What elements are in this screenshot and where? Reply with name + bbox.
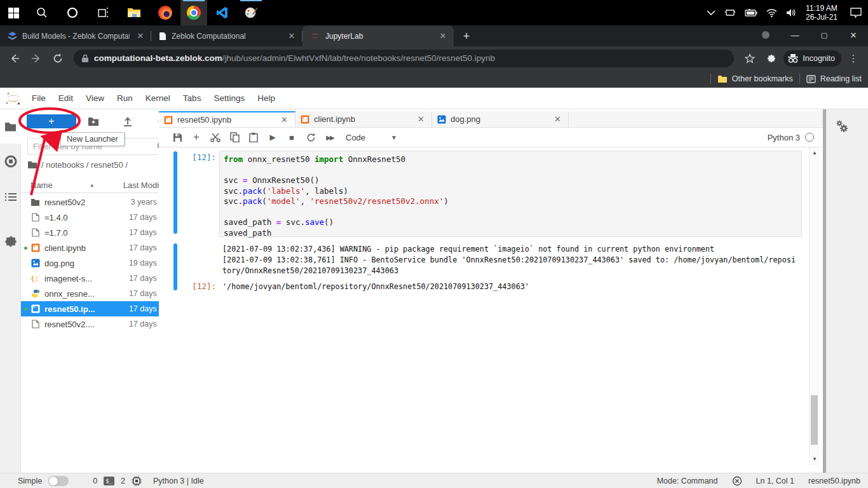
- input-collapser[interactable]: [173, 151, 177, 234]
- file-row[interactable]: resnet50v23 years ago: [21, 194, 180, 210]
- taskbar-search-button[interactable]: [27, 0, 57, 25]
- file-row[interactable]: =1.4.017 days ago: [21, 210, 180, 225]
- battery-icon[interactable]: [745, 9, 757, 17]
- tab-group-dot-icon[interactable]: [751, 25, 780, 44]
- kernel-chip-icon[interactable]: [132, 476, 142, 486]
- address-bar[interactable]: computational-beta.zeblok.com/jhub/user/…: [74, 50, 734, 67]
- maximize-button[interactable]: ▢: [810, 25, 839, 44]
- close-tab-icon[interactable]: ✕: [416, 114, 426, 124]
- close-tab-icon[interactable]: ✕: [135, 30, 146, 42]
- code-line: from onnx_resnet50 import OnnxResnet50: [224, 154, 797, 165]
- browser-tab-3[interactable]: JupyterLab✕: [302, 25, 454, 46]
- menu-view[interactable]: View: [79, 88, 111, 109]
- cursor-position[interactable]: Ln 1, Col 1: [756, 477, 794, 485]
- chrome-button[interactable]: [180, 0, 207, 25]
- new-folder-button[interactable]: [76, 117, 111, 126]
- cut-cells-button[interactable]: [206, 130, 225, 145]
- forward-button[interactable]: [27, 49, 46, 68]
- other-bookmarks-button[interactable]: Other bookmarks: [717, 74, 793, 83]
- file-row[interactable]: resnet50v2....17 days ago: [21, 316, 180, 332]
- trust-indicator-icon[interactable]: [732, 476, 742, 486]
- file-name: resnet50.ip...: [44, 304, 95, 314]
- sidebar-tab-file-browser[interactable]: [0, 109, 21, 144]
- close-tab-icon[interactable]: ✕: [286, 30, 297, 42]
- new-tab-button[interactable]: +: [458, 27, 475, 45]
- paste-cells-button[interactable]: [244, 130, 263, 145]
- vscode-button[interactable]: [207, 0, 238, 25]
- column-name[interactable]: Name: [31, 180, 53, 190]
- taskbar-clock[interactable]: 11:19 AM 26-Jul-21: [806, 4, 837, 22]
- close-tab-icon[interactable]: ✕: [437, 30, 449, 42]
- notebook-scrollbar[interactable]: ▲ ▼: [809, 147, 819, 465]
- doc-tab-dog-png[interactable]: dog.png✕: [432, 111, 569, 127]
- doc-tab-resnet50-ipynb[interactable]: resnet50.ipynb✕: [159, 111, 295, 127]
- file-row[interactable]: dog.png19 days ago: [21, 255, 180, 271]
- scroll-up-icon[interactable]: ▲: [810, 150, 820, 156]
- volume-icon[interactable]: [786, 8, 797, 17]
- sidebar-tab-extensions[interactable]: [0, 224, 21, 259]
- copy-cells-button[interactable]: [225, 130, 244, 145]
- minimize-button[interactable]: —: [780, 25, 810, 44]
- bookmark-star-button[interactable]: [740, 49, 759, 68]
- menu-run[interactable]: Run: [111, 88, 139, 109]
- reload-button[interactable]: [48, 49, 67, 68]
- menu-settings[interactable]: Settings: [207, 88, 251, 109]
- property-inspector-button[interactable]: [835, 119, 849, 133]
- cast-icon[interactable]: [724, 8, 736, 17]
- tray-chevron-icon[interactable]: [707, 10, 715, 16]
- action-center-icon[interactable]: [850, 8, 862, 18]
- cell-type-dropdown[interactable]: Code ▼: [346, 133, 397, 142]
- reading-list-button[interactable]: Reading list: [806, 74, 862, 83]
- close-tab-icon[interactable]: ✕: [279, 115, 290, 125]
- add-cell-button[interactable]: +: [187, 130, 206, 145]
- menu-help[interactable]: Help: [251, 88, 281, 109]
- browser-tab-2[interactable]: Zeblok Computational✕: [151, 25, 302, 46]
- paint-app-button[interactable]: [238, 0, 264, 25]
- code-cell-editor[interactable]: from onnx_resnet50 import OnnxResnet50 s…: [219, 151, 802, 237]
- close-window-button[interactable]: ✕: [839, 25, 868, 44]
- kernel-status[interactable]: Python 3 | Idle: [153, 477, 204, 485]
- upload-button[interactable]: [111, 116, 145, 126]
- file-list-header[interactable]: Name ▲ Last Modified: [21, 178, 180, 193]
- menu-file[interactable]: File: [25, 88, 52, 109]
- stream-output: [2021-07-09 13:02:37,436] WARNING - pip …: [222, 244, 796, 276]
- doc-tab-client-ipynb[interactable]: client.ipynb✕: [295, 111, 432, 127]
- file-row[interactable]: resnet50.ip...17 days ago: [21, 301, 180, 316]
- task-view-button[interactable]: [88, 0, 118, 25]
- zeblok-layers-icon: [8, 32, 17, 41]
- cortana-button[interactable]: [57, 0, 88, 25]
- simple-mode-toggle[interactable]: [48, 476, 69, 486]
- file-row[interactable]: client.ipynb17 days ago: [21, 240, 180, 255]
- close-tab-icon[interactable]: ✕: [552, 114, 563, 124]
- execute-result: '/home/jovyan/bentoml/repository/OnnxRes…: [222, 282, 529, 291]
- wifi-icon[interactable]: [766, 9, 777, 17]
- command-mode-indicator[interactable]: Mode: Command: [657, 477, 718, 485]
- kernel-switcher[interactable]: Python 3: [768, 133, 814, 142]
- save-button[interactable]: [168, 130, 187, 145]
- sidebar-tab-commands[interactable]: [0, 179, 21, 215]
- run-cell-button[interactable]: ▶: [263, 130, 282, 145]
- restart-kernel-button[interactable]: [301, 130, 320, 145]
- chrome-menu-button[interactable]: ⋮: [844, 49, 863, 68]
- sidebar-tab-running-kernels[interactable]: [0, 144, 21, 179]
- terminal-icon[interactable]: $_: [104, 477, 114, 485]
- restart-run-all-button[interactable]: ▶▶: [320, 130, 339, 145]
- interrupt-kernel-button[interactable]: ■: [282, 130, 301, 145]
- file-row[interactable]: =1.7.017 days ago: [21, 225, 180, 240]
- extensions-button[interactable]: [762, 49, 781, 68]
- browser-tab-1[interactable]: Build Models - Zeblok Computat✕: [0, 25, 151, 46]
- scrollbar-thumb[interactable]: [811, 395, 818, 445]
- file-explorer-button[interactable]: [118, 0, 150, 25]
- menu-edit[interactable]: Edit: [52, 88, 79, 109]
- new-launcher-button[interactable]: +: [27, 114, 76, 128]
- active-filename: resnet50.ipynb: [808, 477, 860, 485]
- menu-kernel[interactable]: Kernel: [139, 88, 177, 109]
- file-row[interactable]: {:}imagenet-s...17 days ago: [21, 271, 180, 286]
- file-row[interactable]: onnx_resne...17 days ago: [21, 286, 180, 301]
- start-button[interactable]: [0, 0, 27, 25]
- scroll-down-icon[interactable]: ▼: [810, 456, 820, 462]
- firefox-button[interactable]: [150, 0, 180, 25]
- breadcrumb[interactable]: / notebooks / resnet50 /: [27, 160, 128, 170]
- menu-tabs[interactable]: Tabs: [177, 88, 208, 109]
- back-button[interactable]: [5, 49, 24, 68]
